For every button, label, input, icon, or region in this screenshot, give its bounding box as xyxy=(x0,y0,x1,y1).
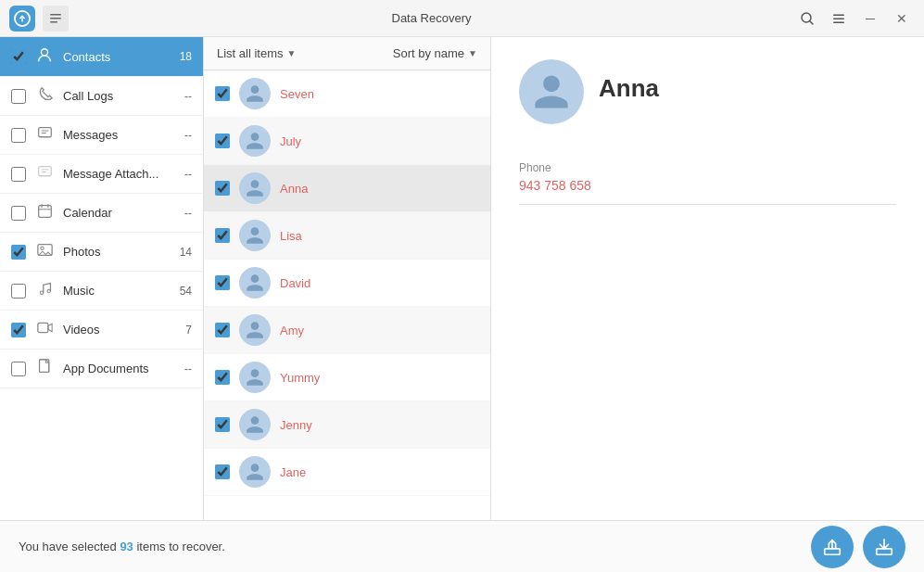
svg-rect-17 xyxy=(37,323,47,332)
list-item[interactable]: Anna xyxy=(204,165,490,212)
sidebar-item-photos[interactable]: Photos 14 xyxy=(0,233,203,272)
sidebar-messages-count: -- xyxy=(184,129,192,142)
sidebar-item-music[interactable]: Music 54 xyxy=(0,272,203,311)
phone-value: 943 758 658 xyxy=(519,178,896,193)
video-icon xyxy=(35,320,54,339)
detail-avatar xyxy=(519,59,584,124)
lisa-avatar xyxy=(239,220,271,251)
sidebar-photos-label: Photos xyxy=(63,245,180,259)
footer: You have selected 93 items to recover. xyxy=(0,520,924,572)
svg-rect-11 xyxy=(38,167,51,176)
list-item[interactable]: Jenny xyxy=(204,401,490,449)
list-item[interactable]: David xyxy=(204,260,490,307)
sidebar-item-calendar[interactable]: Calendar -- xyxy=(0,194,203,233)
sidebar: Contacts 18 Call Logs -- Messages -- xyxy=(0,37,204,520)
titlebar: Data Recovery ─ ✕ xyxy=(0,0,924,37)
person-icon xyxy=(35,46,54,67)
detail-name: Anna xyxy=(599,74,659,103)
list-all-items-dropdown[interactable]: List all items ▼ xyxy=(217,46,296,60)
detail-panel: Anna Phone 943 758 658 xyxy=(491,37,924,520)
app-logo xyxy=(9,6,35,32)
list-item[interactable]: Lisa xyxy=(204,212,490,260)
july-checkbox[interactable] xyxy=(215,133,230,148)
david-checkbox[interactable] xyxy=(215,275,230,290)
yummy-checkbox[interactable] xyxy=(215,370,230,385)
sidebar-item-messages[interactable]: Messages -- xyxy=(0,116,203,155)
amy-checkbox[interactable] xyxy=(215,323,230,337)
sidebar-item-videos[interactable]: Videos 7 xyxy=(0,311,203,350)
sidebar-videos-count: 7 xyxy=(185,324,192,337)
save-to-computer-button[interactable] xyxy=(863,526,905,568)
content-area: List all items ▼ Sort by name ▼ Seven xyxy=(204,37,924,520)
music-icon xyxy=(35,281,54,300)
messages-checkbox[interactable] xyxy=(11,128,26,143)
sort-label: Sort by name xyxy=(393,46,464,60)
minimize-button[interactable]: ─ xyxy=(857,6,883,32)
list-item[interactable]: Seven xyxy=(204,70,490,118)
calendar-icon xyxy=(35,203,54,222)
main-area: Contacts 18 Call Logs -- Messages -- xyxy=(0,37,924,520)
detail-header: Anna xyxy=(519,59,896,139)
contacts-checkbox[interactable] xyxy=(11,49,26,64)
svg-rect-2 xyxy=(50,18,61,19)
svg-rect-20 xyxy=(877,548,892,553)
sidebar-appdocs-label: App Documents xyxy=(63,362,184,375)
jenny-checkbox[interactable] xyxy=(215,417,230,432)
secondary-logo[interactable] xyxy=(43,6,69,32)
list-panel: List all items ▼ Sort by name ▼ Seven xyxy=(204,37,491,520)
music-checkbox[interactable] xyxy=(11,284,26,299)
filter-dropdown-arrow: ▼ xyxy=(287,48,297,58)
sidebar-contacts-count: 18 xyxy=(180,50,192,63)
message-icon xyxy=(35,125,54,145)
sidebar-photos-count: 14 xyxy=(180,246,192,259)
sidebar-item-call-logs[interactable]: Call Logs -- xyxy=(0,77,203,116)
app-docs-checkbox[interactable] xyxy=(11,362,26,376)
seven-checkbox[interactable] xyxy=(215,86,230,101)
yummy-name: Yummy xyxy=(280,371,320,385)
footer-suffix: items to recover. xyxy=(133,540,225,553)
menu-button[interactable] xyxy=(826,6,852,32)
david-name: David xyxy=(280,276,310,290)
close-button[interactable]: ✕ xyxy=(889,6,915,32)
anna-checkbox[interactable] xyxy=(215,181,230,196)
detail-phone-field: Phone 943 758 658 xyxy=(519,161,896,205)
sidebar-item-message-attach[interactable]: Message Attach... -- xyxy=(0,155,203,194)
seven-avatar xyxy=(239,78,271,109)
sidebar-item-app-documents[interactable]: App Documents -- xyxy=(0,350,203,388)
call-logs-checkbox[interactable] xyxy=(11,89,26,104)
sidebar-calllogs-count: -- xyxy=(184,90,192,103)
phone-label: Phone xyxy=(519,161,896,174)
seven-name: Seven xyxy=(280,87,314,101)
lisa-checkbox[interactable] xyxy=(215,228,230,243)
list-item[interactable]: Jane xyxy=(204,449,490,496)
calendar-checkbox[interactable] xyxy=(11,206,26,221)
phone-divider xyxy=(519,204,896,205)
svg-point-15 xyxy=(40,291,43,294)
msg-attach-checkbox[interactable] xyxy=(11,167,26,182)
jane-checkbox[interactable] xyxy=(215,464,230,479)
photo-icon xyxy=(35,242,54,261)
list-item[interactable]: Amy xyxy=(204,307,490,354)
jenny-name: Jenny xyxy=(280,418,312,432)
sidebar-contacts-label: Contacts xyxy=(63,50,180,64)
videos-checkbox[interactable] xyxy=(11,323,26,337)
list-item[interactable]: Yummy xyxy=(204,354,490,401)
sidebar-item-contacts[interactable]: Contacts 18 xyxy=(0,37,203,77)
sidebar-videos-label: Videos xyxy=(63,323,185,337)
anna-name: Anna xyxy=(280,182,308,196)
amy-avatar xyxy=(239,314,271,346)
window-controls: ─ ✕ xyxy=(794,6,915,32)
photos-checkbox[interactable] xyxy=(11,245,26,260)
sort-by-dropdown[interactable]: Sort by name ▼ xyxy=(393,46,477,60)
sidebar-appdocs-count: -- xyxy=(184,362,192,375)
sidebar-msgattach-count: -- xyxy=(184,168,192,181)
attach-icon xyxy=(35,164,54,184)
restore-to-device-button[interactable] xyxy=(811,526,854,568)
search-button[interactable] xyxy=(794,6,820,32)
document-icon xyxy=(35,359,54,378)
list-item[interactable]: July xyxy=(204,118,490,165)
svg-point-14 xyxy=(40,247,43,249)
svg-rect-19 xyxy=(825,548,841,553)
svg-rect-8 xyxy=(833,21,844,23)
svg-rect-3 xyxy=(50,21,57,23)
